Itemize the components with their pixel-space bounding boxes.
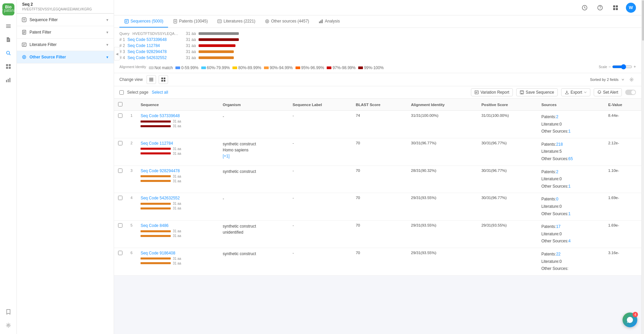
top-nav-right: ? W	[580, 3, 636, 13]
row-checkbox-2[interactable]	[118, 169, 122, 173]
filter-section-patent-header[interactable]: Patent Filter ▼	[17, 26, 114, 38]
seq-code-link[interactable]: Seq Code 537339648	[141, 113, 180, 118]
table-row: 5 Seq Code 8486 31 aa 31 aa synthetic co…	[114, 221, 641, 248]
legend-not-match: Not match	[149, 65, 173, 70]
select-page-checkbox[interactable]	[119, 90, 124, 95]
tab-literatures[interactable]: Literatures (2221)	[212, 15, 260, 28]
sidebar-icon-bookmark[interactable]	[2, 306, 14, 318]
filter-section-sequence-header[interactable]: Sequence Filter ▼	[17, 14, 114, 26]
th-e-value: E-Value	[604, 99, 641, 111]
grid-view-btn[interactable]	[159, 75, 168, 84]
filter-section-literature-header[interactable]: Literature Filter ▼	[17, 39, 114, 51]
row-checkbox-5[interactable]	[118, 251, 122, 255]
alignment-row-2: # 2 Seq Code 112784 31 aa	[119, 43, 636, 49]
td-sequence-label: -	[288, 138, 352, 165]
select-all-checkbox[interactable]	[118, 102, 122, 106]
table-row: 4 Seq Code 542632552 31 aa 31 aa - - 70 …	[114, 193, 641, 221]
legend-90-94: 90%-94.99%	[264, 65, 293, 70]
patents-tab-icon	[173, 19, 177, 23]
legend-0-59: 0-59.99%	[175, 65, 198, 70]
svg-rect-33	[613, 5, 615, 7]
filter-section-literature: Literature Filter ▼	[17, 39, 114, 51]
scale-plus[interactable]: +	[634, 64, 636, 69]
tab-patents[interactable]: Patents (10045)	[168, 15, 212, 28]
toolbar-row: Change view	[114, 73, 641, 86]
filter-section-other-header[interactable]: Other Source Filter ▼	[17, 51, 114, 63]
scale-slider[interactable]	[612, 64, 632, 69]
svg-rect-47	[319, 21, 320, 23]
filter-collapse-btn[interactable]: ◀	[114, 47, 120, 60]
seq-code-link[interactable]: Seq Code 542632552	[141, 196, 180, 200]
select-all-link[interactable]: Select all	[152, 90, 168, 95]
alignment-row4-aa: 31 aa	[182, 55, 196, 61]
set-alert-toggle[interactable]	[625, 90, 636, 95]
set-alert-btn[interactable]: Set Alert	[594, 88, 622, 96]
save-sequence-btn[interactable]: Save Sequence	[516, 88, 558, 96]
variation-report-icon	[475, 90, 479, 94]
tab-other-sources[interactable]: Other sources (4457)	[260, 15, 314, 28]
scale-minus[interactable]: −	[608, 64, 611, 69]
td-sequence: Seq Code 112784 31 aa 31 aa	[137, 138, 219, 165]
td-blast-score: 70	[352, 165, 407, 193]
row-checkbox-0[interactable]	[118, 113, 122, 118]
svg-rect-55	[161, 80, 163, 82]
scale-label: Scale	[599, 65, 607, 69]
td-sequence: Seq Code 537339648 31 aa 31 aa	[137, 111, 219, 138]
literature-filter-icon	[21, 42, 27, 47]
td-e-value: 2.12e-	[604, 138, 641, 165]
left-sidebar: Bio by patsnap	[0, 0, 17, 334]
alignment-row-4: # 4 Seq Code 542632552 31 aa	[119, 55, 636, 61]
seq-path: HVEGTFTSDVSSYLEGQAAKEEIAWLVKGRG	[22, 7, 108, 11]
sidebar-icon-search[interactable]	[2, 47, 14, 59]
export-btn[interactable]: Export	[561, 88, 590, 96]
help-icon-btn[interactable]: ?	[595, 3, 605, 13]
action-row: Select page Select all Variation Report	[114, 86, 641, 99]
tab-analysis[interactable]: Analysis	[314, 15, 345, 28]
sidebar-icon-menu[interactable]	[2, 20, 14, 32]
td-sequence-label: -	[288, 221, 352, 248]
row-checkbox-4[interactable]	[118, 223, 122, 228]
tab-literatures-label: Literatures (2221)	[223, 19, 255, 23]
svg-rect-50	[149, 78, 153, 79]
seq-code-link[interactable]: Seq Code 112784	[141, 141, 173, 146]
tab-other-sources-label: Other sources (4457)	[271, 19, 309, 23]
settings-button[interactable]	[627, 75, 636, 84]
seq-code-link[interactable]: Seq Code 8486	[141, 223, 168, 228]
grid-icon-btn[interactable]	[610, 3, 621, 13]
td-positive-score: 30/31(96.77%)	[477, 138, 537, 165]
seq-code-link[interactable]: Seq Code 928294478	[141, 169, 180, 173]
tab-sequences[interactable]: Sequences (5000)	[119, 15, 168, 28]
td-blast-score: 70	[352, 221, 407, 248]
select-page-label: Select page	[127, 90, 148, 95]
user-avatar[interactable]: W	[626, 3, 636, 13]
sidebar-icon-grid[interactable]	[2, 60, 14, 73]
analysis-tab-icon	[319, 19, 323, 23]
th-sequence: Sequence	[137, 99, 219, 111]
chat-bubble[interactable]: 4	[623, 313, 637, 327]
variation-report-btn[interactable]: Variation Report	[471, 88, 513, 96]
export-icon	[565, 90, 569, 94]
row-checkbox-3[interactable]	[118, 196, 122, 200]
td-e-value: 1.10e-	[604, 165, 641, 193]
sidebar-icon-settings[interactable]	[2, 319, 14, 331]
td-e-value: 1.69e-	[604, 221, 641, 248]
list-view-btn[interactable]	[147, 75, 156, 84]
sidebar-icon-document[interactable]	[2, 34, 14, 46]
svg-rect-35	[613, 8, 615, 10]
scrollbar-thumb[interactable]	[642, 0, 644, 41]
row-checkbox-1[interactable]	[118, 141, 122, 145]
history-icon-btn[interactable]	[580, 3, 590, 13]
app-logo[interactable]: Bio by patsnap	[2, 3, 15, 16]
seq-code-link[interactable]: Seq Code 9186408	[141, 251, 175, 255]
sidebar-icon-chart[interactable]	[2, 74, 14, 86]
save-sequence-icon	[520, 90, 524, 94]
vertical-scrollbar[interactable]	[641, 0, 644, 334]
sequences-tab-icon	[124, 19, 129, 23]
th-checkbox	[114, 99, 126, 111]
alignment-query-bar	[199, 32, 239, 35]
th-sources: Sources	[537, 99, 604, 111]
svg-rect-7	[7, 40, 9, 41]
seq-title: Seq 2	[22, 2, 108, 7]
filter-panel: Seq 2 HVEGTFTSDVSSYLEGQAAKEEIAWLVKGRG Se…	[17, 0, 114, 334]
td-sources: Patents:0 Literature:0 Other Sources:1	[537, 193, 604, 221]
